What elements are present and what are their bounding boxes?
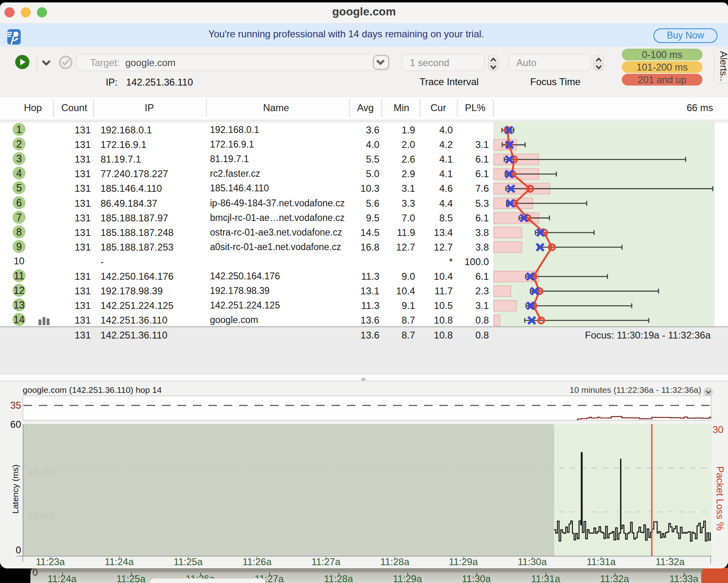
svg-text:20 ms: 20 ms (28, 511, 54, 522)
svg-text:40 ms: 40 ms (28, 467, 54, 478)
